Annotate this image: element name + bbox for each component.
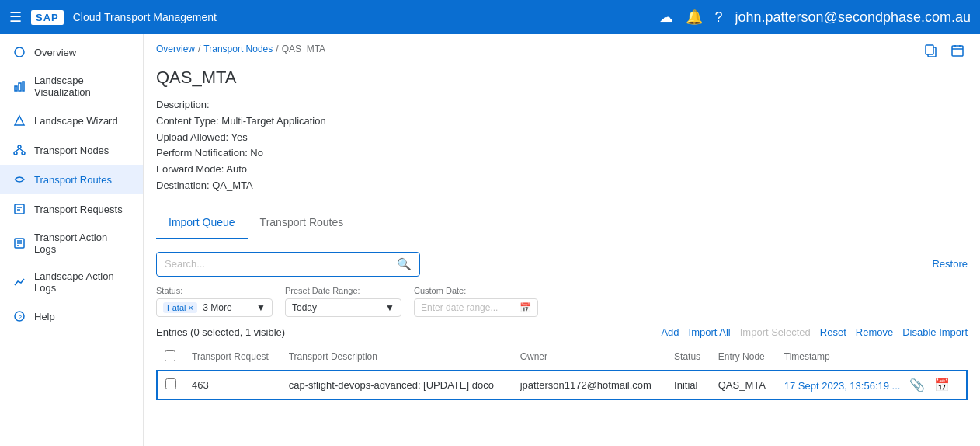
import-all-button[interactable]: Import All: [689, 326, 731, 338]
svg-rect-2: [19, 83, 21, 91]
preset-date-select[interactable]: Today ▼: [285, 298, 401, 317]
chevron-down-icon: ▼: [256, 302, 266, 313]
svg-rect-3: [23, 82, 24, 91]
sidebar-item-label: Landscape Visualization: [34, 75, 130, 98]
sidebar-item-label: Transport Routes: [34, 174, 112, 186]
preset-date-filter-group: Preset Date Range: Today ▼: [285, 286, 401, 317]
more-filters: 3 More: [203, 302, 231, 313]
timestamp-link[interactable]: 17 Sept 2023, 13:56:19 ...: [784, 380, 901, 392]
breadcrumb-sep2: /: [276, 44, 278, 54]
row-transport-request: 463: [184, 371, 281, 399]
tab-import-queue[interactable]: Import Queue: [156, 207, 248, 239]
sap-logo: SAP: [31, 10, 64, 25]
col-owner: Owner: [513, 344, 666, 371]
select-all-checkbox[interactable]: [165, 350, 175, 361]
search-input[interactable]: [157, 253, 389, 274]
table-row: 463 cap-sflight-devops-advanced: [UPDATE…: [157, 371, 967, 399]
bell-icon[interactable]: 🔔: [686, 9, 703, 26]
status-filter-value: Fatal × 3 More: [163, 302, 232, 313]
app-title: Cloud Transport Management: [73, 11, 650, 23]
search-row: 🔍 Restore: [156, 252, 968, 277]
breadcrumb-sep1: /: [198, 44, 200, 54]
tab-transport-routes[interactable]: Transport Routes: [248, 207, 356, 239]
svg-point-6: [14, 152, 17, 155]
search-box: 🔍: [156, 252, 420, 277]
col-transport-description: Transport Description: [281, 344, 513, 371]
preset-date-value: Today: [292, 302, 317, 313]
svg-rect-10: [15, 204, 24, 214]
breadcrumb-overview[interactable]: Overview: [156, 44, 195, 54]
row-transport-description: cap-sflight-devops-advanced: [UPDATE] do…: [281, 371, 513, 399]
sidebar-item-label: Overview: [34, 47, 76, 58]
col-transport-request: Transport Request: [184, 344, 281, 371]
custom-date-input[interactable]: Enter date range... 📅: [414, 298, 538, 317]
calendar-button[interactable]: [947, 40, 968, 64]
action-logs-icon: [12, 236, 26, 250]
sidebar-item-transport-action-logs[interactable]: Transport Action Logs: [0, 224, 143, 263]
attachment-icon[interactable]: 📎: [909, 378, 925, 392]
sidebar-item-label: Transport Nodes: [34, 145, 109, 156]
sidebar-item-overview[interactable]: Overview: [0, 37, 143, 67]
tabs-bar: Import Queue Transport Routes: [144, 207, 980, 239]
row-calendar-icon[interactable]: 📅: [934, 378, 950, 392]
content-type-line: Content Type: Multi-Target Application: [156, 113, 968, 130]
menu-icon[interactable]: ☰: [9, 9, 22, 26]
sidebar-item-label: Landscape Wizard: [34, 115, 118, 127]
svg-point-5: [18, 145, 21, 148]
reset-button[interactable]: Reset: [820, 326, 846, 338]
row-status: Initial: [666, 371, 711, 399]
remove-button[interactable]: Remove: [856, 326, 893, 338]
user-name[interactable]: john.patterson@secondphase.com.au: [735, 9, 971, 26]
status-filter-select[interactable]: Fatal × 3 More ▼: [156, 298, 273, 317]
requests-icon: [12, 202, 26, 216]
svg-rect-1: [15, 86, 17, 91]
sidebar-item-label: Landscape Action Logs: [34, 270, 130, 294]
wizard-icon: [12, 113, 26, 127]
data-table: Transport Request Transport Description …: [156, 344, 968, 400]
help-icon[interactable]: ?: [715, 9, 723, 26]
sidebar-item-label: Transport Action Logs: [34, 232, 130, 255]
svg-rect-20: [926, 45, 933, 54]
routes-icon: [12, 172, 26, 186]
sidebar-item-label: Transport Requests: [34, 204, 123, 215]
entries-header: Entries (0 selected, 1 visible) Add Impo…: [156, 326, 968, 338]
nodes-icon: [12, 143, 26, 157]
row-entry-node: QAS_MTA: [711, 371, 777, 399]
breadcrumb-transport-nodes[interactable]: Transport Nodes: [203, 44, 273, 54]
content-area: Overview / Transport Nodes / QAS_MTA QAS…: [144, 34, 980, 446]
custom-date-filter-group: Custom Date: Enter date range... 📅: [414, 286, 538, 317]
sidebar-item-landscape-visualization[interactable]: Landscape Visualization: [0, 67, 143, 106]
status-filter-group: Status: Fatal × 3 More ▼: [156, 286, 273, 317]
svg-line-8: [16, 148, 19, 152]
disable-import-button[interactable]: Disable Import: [902, 326, 968, 338]
svg-point-0: [15, 47, 24, 57]
sidebar-item-transport-requests[interactable]: Transport Requests: [0, 194, 143, 224]
search-button[interactable]: 🔍: [389, 253, 419, 276]
upload-allowed-line: Upload Allowed: Yes: [156, 130, 968, 146]
custom-date-placeholder: Enter date range...: [421, 302, 498, 313]
row-checkbox[interactable]: [165, 378, 176, 389]
sidebar-item-help[interactable]: ? Help: [0, 301, 143, 331]
restore-button[interactable]: Restore: [932, 258, 968, 270]
sidebar-item-transport-routes[interactable]: Transport Routes: [0, 165, 143, 194]
forward-mode-line: Forward Mode: Auto: [156, 162, 968, 178]
svg-line-9: [19, 148, 23, 152]
topbar-icons: ☁ 🔔 ? john.patterson@secondphase.com.au: [659, 9, 971, 26]
table-section: 🔍 Restore Status: Fatal × 3 More ▼: [144, 239, 980, 446]
filter-row: Status: Fatal × 3 More ▼ Preset Date Ran…: [156, 286, 968, 317]
import-selected-button[interactable]: Import Selected: [740, 326, 811, 338]
landscape-logs-icon: [12, 275, 26, 289]
sidebar-item-landscape-wizard[interactable]: Landscape Wizard: [0, 106, 143, 135]
copy-button[interactable]: [921, 40, 941, 64]
add-button[interactable]: Add: [661, 326, 679, 338]
sidebar-item-landscape-action-logs[interactable]: Landscape Action Logs: [0, 263, 143, 301]
chart-icon: [12, 79, 26, 93]
breadcrumb: Overview / Transport Nodes / QAS_MTA: [144, 34, 338, 57]
cloud-icon[interactable]: ☁: [659, 9, 673, 26]
preset-date-chevron-icon: ▼: [385, 302, 394, 313]
calendar-icon: 📅: [520, 302, 531, 313]
svg-text:?: ?: [19, 314, 23, 321]
topbar: ☰ SAP Cloud Transport Management ☁ 🔔 ? j…: [0, 0, 980, 34]
sidebar-item-transport-nodes[interactable]: Transport Nodes: [0, 135, 143, 165]
description-line: Description:: [156, 97, 968, 113]
